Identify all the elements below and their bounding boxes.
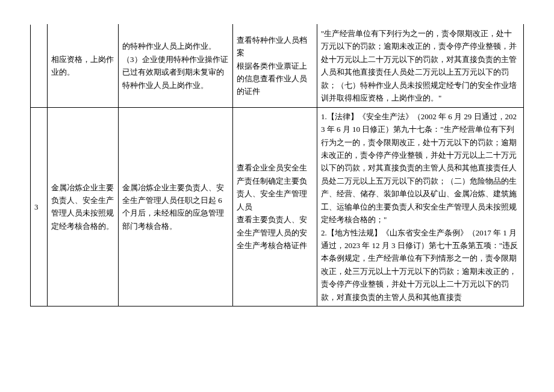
table-row: 相应资格，上岗作业的。 的特种作业人员上岗作业。（3）企业使用特种作业操作证已过… xyxy=(31,25,524,108)
cell-item: 金属冶炼企业主要负责人、安全生产管理人员未按照规定经考核合格的。 xyxy=(48,107,119,306)
cell-basis: 1.【法律】《安全生产法》（2002 年 6 月 29 日通过，2023 年 6… xyxy=(317,107,524,306)
cell-num xyxy=(31,25,48,108)
regulation-table: 相应资格，上岗作业的。 的特种作业人员上岗作业。（3）企业使用特种作业操作证已过… xyxy=(30,24,524,306)
cell-num: 3 xyxy=(31,107,48,306)
table-row: 3 金属冶炼企业主要负责人、安全生产管理人员未按照规定经考核合格的。 金属冶炼企… xyxy=(31,107,524,306)
cell-basis: "生产经营单位有下列行为之一的，责令限期改正，处十万元以下的罚款；逾期未改正的，… xyxy=(317,25,524,108)
cell-check: 查看特种作业人员档案根据各类作业票证上的信息查看作业人员的证件 xyxy=(233,25,317,108)
cell-item: 相应资格，上岗作业的。 xyxy=(48,25,119,108)
cell-desc: 的特种作业人员上岗作业。（3）企业使用特种作业操作证已过有效期或者到期未复审的特… xyxy=(119,25,233,108)
cell-desc: 金属冶炼企业主要负责人、安全生产管理人员任职之日起 6 个月后，未经相应的应急管… xyxy=(119,107,233,306)
cell-check: 查看企业全员安全生产责任制确定主要负责人、安全生产管理人员查看主要负责人、安全生… xyxy=(233,107,317,306)
